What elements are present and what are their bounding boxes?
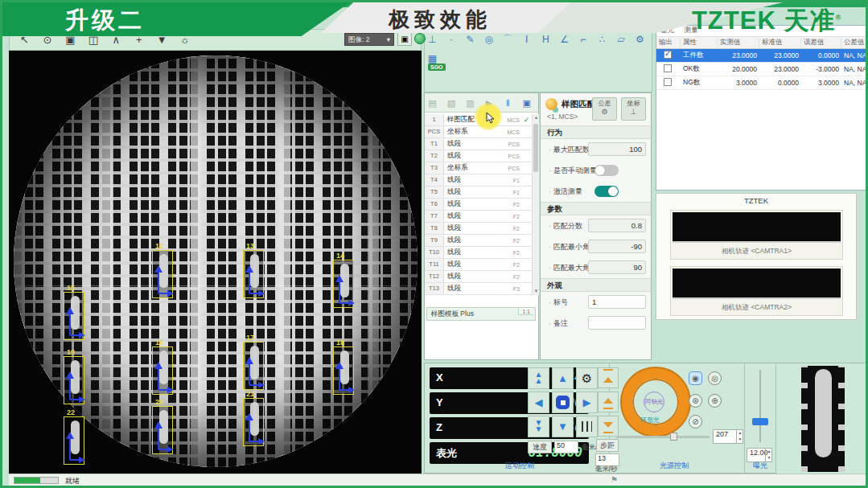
坐标系[interactable]: PCS 坐标系 MCS — [425, 126, 532, 138]
eraser-icon[interactable]: ▱ — [615, 32, 628, 47]
jog-stop-button[interactable] — [552, 392, 574, 413]
z-up-fast-button[interactable] — [598, 367, 619, 388]
step-button[interactable]: 步距 — [596, 439, 619, 452]
output-checkbox[interactable] — [664, 51, 672, 59]
light-channel-5-button[interactable]: ⊘ — [689, 415, 702, 429]
线段[interactable]: T5 线段 F1 — [425, 187, 532, 199]
scroll-up-icon[interactable]: ▲ — [533, 114, 540, 121]
joystick-button[interactable] — [576, 416, 598, 437]
坐标系[interactable]: T3 坐标系 PCS — [425, 162, 532, 174]
z-down-fast-button[interactable] — [598, 416, 619, 437]
OK数[interactable]: OK数 20.0000 23.0000 -3.0000 NA, NA — [656, 63, 866, 76]
max-angle-row: 匹配最大角度 90 — [541, 257, 651, 278]
tab-exposure[interactable]: 曝光 — [753, 461, 767, 471]
light-channel-1-button[interactable]: ◉ — [689, 371, 702, 385]
width-icon[interactable]: Η — [539, 32, 553, 47]
pause-icon[interactable]: ‖ — [501, 96, 515, 109]
scatter-icon[interactable]: ∴ — [595, 32, 609, 47]
线段[interactable]: T8 线段 F2 — [425, 223, 532, 235]
线段[interactable]: T7 线段 F2 — [425, 211, 532, 223]
线段[interactable]: T13 线段 F3 — [425, 283, 532, 295]
match-number: 12 — [155, 242, 163, 250]
match-score-input[interactable]: 0.8 — [588, 219, 646, 232]
point-icon[interactable]: · — [444, 32, 458, 47]
speed-input[interactable]: 50 — [554, 441, 578, 453]
coordinate-icon: ⊥ — [631, 108, 637, 116]
active-measure-toggle[interactable] — [594, 186, 619, 197]
zoom-ratio-tab[interactable]: 1:1 — [518, 308, 533, 315]
tag-input[interactable]: 1 — [588, 295, 646, 309]
match-number: 19 — [67, 348, 75, 356]
jog-up-button[interactable]: ▲ — [552, 367, 574, 389]
list-scrollbar[interactable]: ▲ ▼ — [532, 114, 539, 295]
template-footer-header[interactable]: 样图模板 Plus 1:1 — [426, 307, 536, 321]
z-up-button[interactable] — [598, 392, 619, 412]
coordinate-button[interactable]: 坐标 ⊥ — [621, 97, 646, 121]
axis-icon[interactable]: ⊥ — [426, 32, 439, 47]
coordinate-axes-icon — [334, 274, 355, 306]
note-row: 备注 — [541, 313, 651, 334]
pen-icon[interactable]: ✎ — [463, 32, 477, 47]
max-angle-input[interactable]: 90 — [588, 260, 646, 274]
线段[interactable]: T11 线段 F2 — [425, 259, 532, 271]
NG数[interactable]: NG数 3.0000 0.0000 3.0000 NA, NA — [656, 76, 866, 90]
snapshot-button[interactable]: ▣ — [397, 32, 412, 46]
jog-down-button[interactable]: ▼ — [552, 416, 574, 437]
min-angle-input[interactable]: -90 — [588, 240, 646, 253]
properties-title: 样图匹配 — [562, 99, 595, 110]
slider-handle[interactable] — [670, 433, 677, 441]
corner-icon[interactable]: ⌐ — [577, 32, 590, 47]
max-match-input[interactable]: 100 — [588, 142, 646, 156]
scrollbar-thumb[interactable] — [533, 124, 538, 172]
tools-icon[interactable]: ⚙ — [633, 32, 647, 47]
线段[interactable]: T4 线段 F1 — [425, 174, 532, 187]
jog-right-button[interactable]: ▶ — [576, 392, 598, 413]
match-number: 14 — [336, 252, 344, 260]
线段[interactable]: T10 线段 F2 — [425, 247, 532, 259]
light-channel-3-button[interactable]: ⊛ — [689, 394, 702, 408]
manual-measure-toggle[interactable] — [594, 165, 619, 176]
scroll-down-icon[interactable]: ▼ — [533, 288, 540, 295]
globe-icon[interactable] — [414, 33, 426, 44]
jog-down-fast-button[interactable]: ▼▼ — [528, 416, 549, 437]
open-icon[interactable]: ▧ — [444, 96, 458, 109]
output-checkbox[interactable] — [664, 64, 672, 72]
camera-trace-thumb-1[interactable]: 相机轨迹 <CAMTRA1> — [670, 210, 843, 260]
light-intensity-slider[interactable] — [616, 436, 710, 438]
note-input[interactable] — [588, 316, 646, 330]
output-checkbox[interactable] — [664, 78, 672, 86]
angle-icon[interactable]: ∠ — [557, 32, 571, 47]
speed-button[interactable]: 速度 — [528, 441, 552, 453]
light-value-spinner[interactable]: ▲▼ — [736, 429, 743, 444]
new-icon[interactable]: ▤ — [426, 96, 439, 109]
exposure-slider-handle[interactable] — [752, 418, 768, 425]
线段[interactable]: T9 线段 F2 — [425, 235, 532, 247]
save-icon[interactable]: ▥ — [463, 96, 477, 109]
distance-icon[interactable]: I — [520, 32, 533, 47]
light-channel-2-button[interactable]: ◎ — [708, 371, 722, 385]
arc-icon[interactable]: ⌒ — [501, 32, 515, 47]
camera-viewport[interactable]: 12 13 — [9, 51, 422, 474]
camera-trace-thumb-2[interactable]: 相机轨迹 <CAMTRA2> — [670, 266, 843, 316]
tolerance-button[interactable]: 公差 ⚙ — [592, 97, 617, 121]
线段[interactable]: T12 线段 F2 — [425, 271, 532, 283]
tab-light-control[interactable]: 光源控制 — [660, 461, 689, 471]
jog-up-fast-button[interactable]: ▲▲ — [528, 367, 549, 389]
jog-left-button[interactable]: ◀ — [528, 392, 549, 413]
template-thumbnail[interactable] — [777, 364, 867, 474]
circle-icon[interactable]: ◎ — [482, 32, 496, 47]
section-appearance: 外观 — [541, 278, 651, 292]
jog-settings-button[interactable]: ⚙ — [576, 367, 598, 389]
light-channel-4-button[interactable]: ⊕ — [708, 394, 722, 408]
工件数[interactable]: 工件数 23.0000 23.0000 0.0000 NA, NA — [656, 49, 866, 63]
tab-motion-control[interactable]: 运动控制 — [505, 461, 534, 471]
线段[interactable]: T6 线段 F2 — [425, 199, 532, 211]
exposure-slider[interactable] — [759, 370, 761, 442]
template-match-box: 16 — [152, 347, 173, 395]
report-icon[interactable]: ▣ — [520, 96, 533, 109]
线段[interactable]: T2 线段 PCS — [425, 150, 532, 162]
image-selector-dropdown[interactable]: 图像: 2 ▾ — [344, 33, 394, 46]
template-match-box: 18 — [333, 347, 354, 395]
ring-light-graphic[interactable]: 同轴光 环形光 — [622, 368, 689, 436]
线段[interactable]: T1 线段 PCS — [425, 138, 532, 150]
